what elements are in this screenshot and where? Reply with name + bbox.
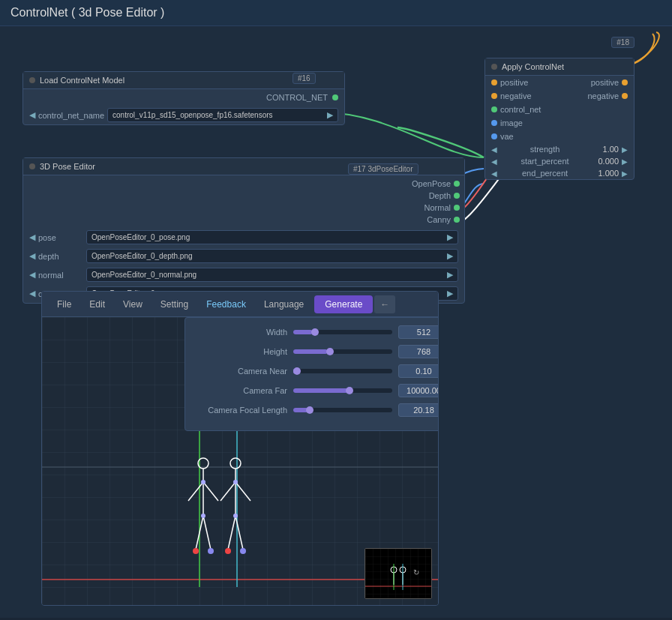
normal-arrow-left[interactable]: ◀ [29, 270, 35, 280]
width-value: 512 [398, 325, 439, 339]
positive-input-dot[interactable] [491, 79, 497, 85]
field-arrow-left[interactable]: ◀ [29, 110, 35, 120]
image-input-dot[interactable] [491, 120, 497, 126]
canny-arrow-right[interactable]: ▶ [447, 289, 453, 298]
apply-node-dot [491, 64, 497, 70]
title-bar: ControlNet ( 3d Pose Editor ) [0, 0, 672, 26]
height-label: Height [197, 347, 287, 356]
camera-near-slider[interactable] [293, 369, 392, 373]
normal-output: Normal [23, 202, 464, 214]
menu-view[interactable]: View [114, 295, 152, 314]
depth-file-row: ◀ depth OpenPoseEditor_0_depth.png ▶ [23, 247, 464, 265]
node-field-row: ◀ control_net_name control_v11p_sd15_ope… [23, 106, 344, 124]
field-arrow-right[interactable]: ▶ [327, 110, 333, 120]
pose-file-field[interactable]: OpenPoseEditor_0_pose.png ▶ [86, 230, 458, 244]
height-setting-row: Height 768 [197, 345, 439, 358]
width-setting-row: Width 512 [197, 325, 439, 339]
vae-row: vae [485, 130, 634, 143]
width-label: Width [197, 328, 287, 337]
node-pose-editor: 3D Pose Editor OpenPose Depth Normal Can… [22, 157, 465, 304]
control-net-input-dot[interactable] [491, 106, 497, 112]
openpose-connector[interactable] [454, 181, 460, 187]
node-apply-controlnet: Apply ControlNet positive positive negat… [484, 58, 634, 180]
width-slider[interactable] [293, 330, 392, 334]
end-percent-value: 1.000 [592, 169, 619, 178]
negative-row: negative negative [485, 89, 634, 103]
depth-file-field[interactable]: OpenPoseEditor_0_depth.png ▶ [86, 249, 458, 263]
normal-file-row: ◀ normal OpenPoseEditor_0_normal.png ▶ [23, 265, 464, 284]
strength-value: 1.00 [592, 145, 619, 154]
menu-setting[interactable]: Setting [152, 295, 197, 314]
field-label: control_net_name [38, 111, 104, 120]
collapse-button[interactable]: ← [374, 295, 395, 313]
strength-label: strength [500, 145, 590, 154]
menu-bar: File Edit View Setting Feedback Language… [42, 292, 438, 317]
end-percent-left-arrow[interactable]: ◀ [491, 169, 497, 178]
camera-far-slider[interactable] [293, 388, 392, 393]
normal-file-field[interactable]: OpenPoseEditor_0_normal.png ▶ [86, 268, 458, 282]
badge-18: #18 [611, 37, 634, 48]
image-row: image [485, 116, 634, 130]
control-net-connector[interactable] [332, 94, 338, 100]
menu-language[interactable]: Language [255, 295, 313, 314]
canny-connector[interactable] [454, 217, 460, 223]
apply-controlnet-header: Apply ControlNet [485, 58, 634, 76]
apply-controlnet-title: Apply ControlNet [502, 62, 564, 71]
camera-far-label: Camera Far [197, 386, 287, 395]
camera-far-value: 10000.00 [398, 384, 439, 397]
svg-point-20 [240, 548, 246, 554]
canny-arrow-left[interactable]: ◀ [29, 289, 35, 298]
height-slider[interactable] [293, 349, 392, 354]
depth-arrow-left[interactable]: ◀ [29, 251, 35, 261]
vae-input-dot[interactable] [491, 133, 497, 139]
pose-arrow-left[interactable]: ◀ [29, 232, 35, 242]
node-load-title: Load ControlNet Model [40, 76, 124, 85]
badge-17: #17 3dPoseEditor [348, 163, 418, 175]
control-net-output-label: CONTROL_NET [266, 93, 328, 102]
start-percent-right-arrow[interactable]: ▶ [622, 157, 628, 166]
svg-rect-26 [365, 549, 432, 599]
start-percent-value: 0.000 [592, 157, 619, 166]
end-percent-right-arrow[interactable]: ▶ [622, 169, 628, 178]
model-path-field[interactable]: control_v11p_sd15_openpose_fp16.safetens… [107, 108, 338, 122]
end-percent-label: end_percent [500, 169, 590, 178]
badge-16: #16 [292, 73, 316, 84]
menu-feedback[interactable]: Feedback [197, 295, 255, 314]
canvas-area: Load ControlNet Model CONTROL_NET ◀ cont… [0, 26, 672, 618]
focal-length-value: 20.18 [398, 403, 439, 417]
svg-point-24 [233, 514, 238, 518]
normal-arrow-right[interactable]: ▶ [447, 270, 453, 280]
positive-output-dot[interactable] [622, 79, 628, 85]
normal-connector[interactable] [454, 205, 460, 211]
svg-point-12 [208, 548, 214, 554]
settings-panel: Width 512 Height 768 Camera Near [184, 317, 439, 431]
focal-length-slider[interactable] [293, 408, 392, 412]
negative-input-dot[interactable] [491, 93, 497, 99]
pose-arrow-right[interactable]: ▶ [447, 232, 453, 242]
svg-point-23 [233, 480, 238, 484]
negative-output-dot[interactable] [622, 93, 628, 99]
height-value: 768 [398, 345, 439, 358]
generate-button[interactable]: Generate [314, 295, 373, 313]
control-net-row: control_net [485, 103, 634, 116]
strength-left-arrow[interactable]: ◀ [491, 145, 497, 154]
svg-point-21 [201, 480, 206, 484]
mini-viewport: ↻ [364, 548, 432, 599]
node-status-dot [29, 77, 35, 83]
mini-viewport-svg: ↻ [365, 549, 432, 599]
svg-point-19 [225, 548, 231, 554]
svg-point-22 [201, 514, 206, 518]
positive-row: positive positive [485, 76, 634, 89]
menu-file[interactable]: File [48, 295, 80, 314]
camera-near-row: Camera Near 0.10 [197, 364, 439, 378]
depth-connector[interactable] [454, 193, 460, 199]
camera-near-label: Camera Near [197, 367, 287, 376]
start-percent-left-arrow[interactable]: ◀ [491, 157, 497, 166]
depth-arrow-right[interactable]: ▶ [447, 251, 453, 261]
node-output-row: CONTROL_NET [23, 89, 344, 106]
app-title: ControlNet ( 3d Pose Editor ) [10, 6, 164, 19]
start-percent-row: ◀ start_percent 0.000 ▶ [485, 155, 634, 167]
strength-right-arrow[interactable]: ▶ [622, 145, 628, 154]
menu-edit[interactable]: Edit [80, 295, 114, 314]
depth-output: Depth [23, 190, 464, 202]
